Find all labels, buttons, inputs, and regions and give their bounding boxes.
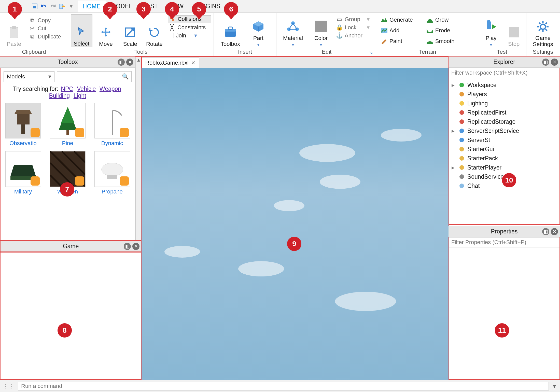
svg-point-28 (459, 119, 464, 124)
suggest-link-npc[interactable]: NPC (61, 86, 73, 92)
command-input[interactable]: Run a command (18, 382, 549, 390)
suggest-link-light[interactable]: Light (74, 92, 86, 99)
command-history-dropdown[interactable]: ▾ (551, 383, 557, 390)
terrain-smooth-button[interactable]: Smooth (426, 38, 456, 45)
save-icon[interactable] (31, 3, 38, 10)
undo-icon[interactable] (40, 3, 48, 10)
tree-item[interactable]: StarterPack (450, 154, 559, 163)
tree-item[interactable]: ReplicatedStorage (450, 117, 559, 126)
toolbox-close-icon[interactable]: ✕ (126, 59, 133, 66)
svg-point-30 (459, 138, 464, 142)
material-button[interactable]: Material▾ (279, 14, 307, 47)
model-thumb (50, 103, 86, 138)
expand-icon[interactable]: ▸ (452, 82, 456, 89)
explorer-close-icon[interactable]: ✕ (551, 59, 558, 66)
scale-icon (123, 25, 137, 40)
close-icon[interactable]: ✕ (191, 60, 195, 66)
game-close-icon[interactable]: ✕ (132, 243, 139, 250)
group-button[interactable]: ▭Group▾ (335, 16, 371, 23)
tree-item[interactable]: ▸Workspace (450, 80, 559, 90)
tree-item-label: ReplicatedFirst (467, 109, 506, 116)
ribbon-group-settings: Game Settings Settings (526, 13, 559, 56)
viewport-3d[interactable] (142, 68, 449, 380)
lock-button[interactable]: 🔒Lock▾ (335, 24, 371, 31)
model-thumb (5, 103, 41, 138)
model-name: Propane (102, 188, 123, 195)
ribbon-group-insert: Toolbox Part ▾ Insert (214, 13, 276, 56)
rotate-icon (147, 25, 162, 40)
toolbox-search-input[interactable]: 🔍 (57, 71, 132, 82)
expand-icon[interactable]: ▸ (452, 128, 456, 134)
edit-launcher-icon[interactable]: ↘ (369, 50, 374, 55)
properties-close-icon[interactable]: ✕ (551, 228, 558, 235)
paint-label: Paint (389, 38, 402, 45)
tree-item[interactable]: Lighting (450, 99, 559, 108)
model-name: Dynamic (101, 140, 123, 147)
terrain-generate-button[interactable]: Generate (380, 16, 414, 23)
qat-menu-icon[interactable]: ▾ (67, 3, 75, 10)
service-icon (458, 136, 465, 144)
insert-group-label: Insert (216, 48, 274, 56)
color-button[interactable]: Color▾ (310, 14, 332, 47)
suggest-link-vehicle[interactable]: Vehicle (77, 86, 96, 92)
properties-filter-input[interactable]: Filter Properties (Ctrl+Shift+P) (449, 237, 560, 247)
model-item[interactable]: Military (4, 151, 43, 195)
stop-button[interactable]: Stop (504, 14, 524, 47)
copy-button[interactable]: ⧉Copy (28, 17, 62, 24)
toolbox-scrollbar[interactable]: ▴ (135, 57, 142, 240)
copy-icon: ⧉ (29, 17, 36, 24)
suggest-link-building[interactable]: Building (49, 92, 70, 99)
explorer-popout-icon[interactable]: ◧ (542, 59, 549, 66)
terrain-add-button[interactable]: Add (380, 27, 414, 34)
model-item[interactable]: Pine (48, 103, 87, 147)
model-item[interactable]: Propane (93, 151, 132, 195)
part-button[interactable]: Part ▾ (247, 14, 270, 47)
anchor-button[interactable]: ⚓Anchor (335, 32, 371, 39)
redo-icon[interactable] (49, 3, 57, 10)
terrain-paint-button[interactable]: Paint (380, 38, 414, 45)
tree-item[interactable]: ▸ServerScriptService (450, 126, 559, 135)
ribbon-group-terrain: Generate Add Paint Grow Erode Smooth Ter… (377, 13, 478, 56)
search-icon: 🔍 (122, 73, 129, 80)
select-button[interactable]: Select (71, 14, 92, 47)
svg-rect-21 (112, 110, 113, 135)
stop-icon (507, 25, 521, 40)
tree-item[interactable]: ServerSt (450, 135, 559, 145)
document-tab[interactable]: RobloxGame.rbxl ✕ (142, 58, 199, 68)
menu-home[interactable]: HOME (78, 0, 106, 12)
join-dropdown[interactable]: Join▾ (168, 32, 211, 39)
game-popout-icon[interactable]: ◧ (124, 243, 131, 250)
toolbox-popout-icon[interactable]: ◧ (118, 59, 125, 66)
cut-button[interactable]: ✂Cut (28, 25, 62, 32)
tools-group-label: Tools (71, 48, 211, 56)
tree-item[interactable]: StarterGui (450, 145, 559, 154)
properties-popout-icon[interactable]: ◧ (542, 228, 549, 235)
game-panel-header: Game ◧ ✕ (0, 241, 142, 252)
game-settings-button[interactable]: Game Settings (529, 14, 557, 47)
suggest-link-weapon[interactable]: Weapon (100, 86, 121, 92)
model-item[interactable]: Observatio (4, 103, 43, 147)
rotate-button[interactable]: Rotate (144, 14, 165, 47)
scale-button[interactable]: Scale (119, 14, 141, 47)
tree-item[interactable]: ▸StarterPlayer (450, 163, 559, 172)
svg-point-31 (459, 147, 464, 151)
grip-icon[interactable]: ⋮⋮ (3, 383, 15, 389)
scale-label: Scale (123, 41, 137, 47)
export-icon[interactable] (58, 3, 66, 10)
constraints-toggle[interactable]: ╳Constraints (168, 24, 211, 31)
svg-point-24 (459, 83, 464, 87)
move-button[interactable]: Move (95, 14, 117, 47)
terrain-erode-button[interactable]: Erode (426, 27, 456, 34)
terrain-grow-button[interactable]: Grow (426, 16, 456, 23)
tree-item[interactable]: ReplicatedFirst (450, 108, 559, 117)
toolbox-category-dropdown[interactable]: Models▾ (4, 71, 54, 82)
tree-item[interactable]: Players (450, 90, 559, 99)
duplicate-button[interactable]: ⧉Duplicate (28, 33, 62, 40)
expand-icon[interactable]: ▸ (452, 164, 456, 171)
model-item[interactable]: Dynamic (93, 103, 132, 147)
copy-label: Copy (38, 17, 51, 24)
explorer-filter-input[interactable]: Filter workspace (Ctrl+Shift+X) (449, 68, 560, 78)
play-button[interactable]: Play▾ (481, 14, 501, 47)
service-icon (458, 146, 465, 153)
paint-icon (381, 38, 387, 45)
